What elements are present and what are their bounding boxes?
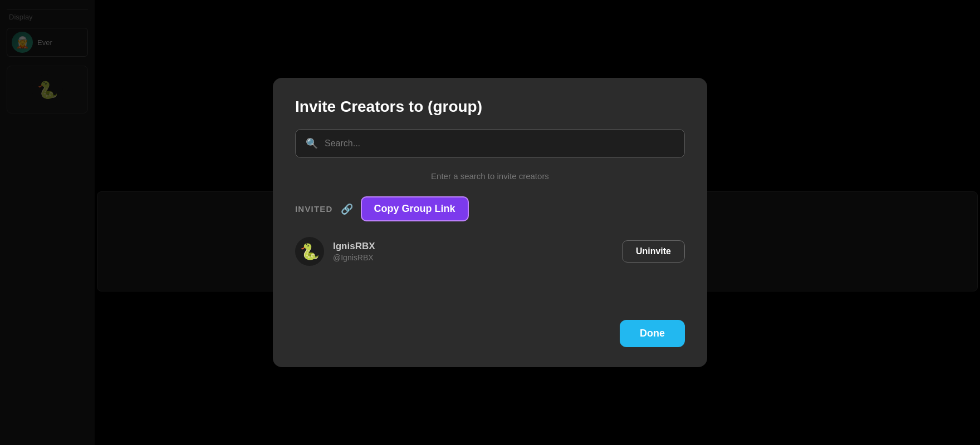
uninvite-button[interactable]: Uninvite	[622, 240, 685, 263]
user-name: IgnisRBX	[333, 241, 613, 252]
copy-group-link-button[interactable]: Copy Group Link	[361, 196, 469, 221]
done-button[interactable]: Done	[620, 320, 685, 347]
invited-label: INVITED	[295, 204, 333, 214]
invited-user-row: 🐍 IgnisRBX @IgnisRBX Uninvite	[295, 233, 685, 270]
modal-overlay: Invite Creators to (group) 🔍 Enter a sea…	[0, 0, 980, 445]
user-handle: @IgnisRBX	[333, 253, 613, 262]
modal-title: Invite Creators to (group)	[295, 98, 685, 116]
done-button-wrap: Done	[295, 302, 685, 347]
invite-modal: Invite Creators to (group) 🔍 Enter a sea…	[273, 78, 707, 367]
search-input[interactable]	[325, 139, 674, 149]
search-empty-text: Enter a search to invite creators	[295, 171, 685, 181]
user-info: IgnisRBX @IgnisRBX	[333, 241, 613, 262]
search-bar: 🔍	[295, 129, 685, 158]
user-avatar: 🐍	[295, 237, 324, 266]
invited-header: INVITED 🔗 Copy Group Link	[295, 196, 685, 221]
search-icon: 🔍	[306, 137, 318, 150]
link-icon[interactable]: 🔗	[341, 203, 353, 215]
user-avatar-emoji: 🐍	[300, 243, 320, 261]
